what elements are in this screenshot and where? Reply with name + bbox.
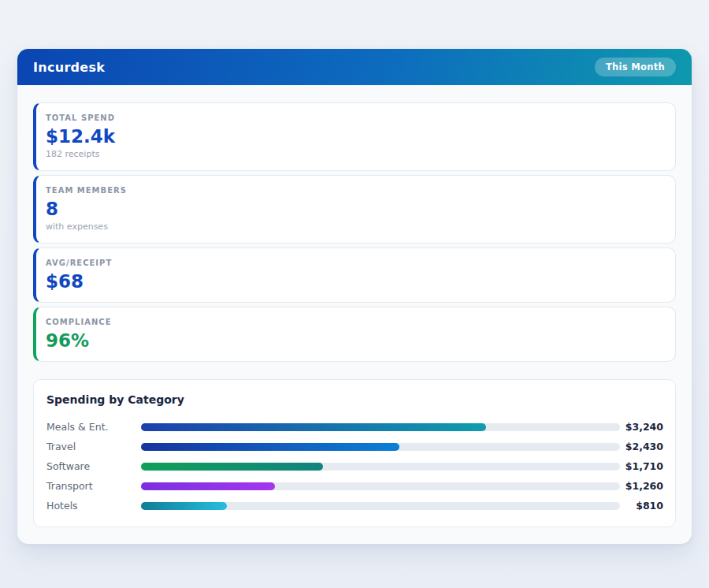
bar-track	[141, 482, 620, 490]
stat-card-total-spend: TOTAL SPEND $12.4k 182 receipts	[33, 102, 676, 171]
bar-fill	[141, 502, 227, 510]
stat-value: 96%	[46, 330, 663, 352]
bar-fill	[141, 463, 323, 471]
chart-row-hotels: Hotels $810	[46, 496, 663, 515]
spending-by-category-panel: Spending by Category Meals & Ent. $3,240…	[33, 379, 676, 527]
stat-label: TEAM MEMBERS	[46, 185, 663, 195]
category-value: $2,430	[620, 441, 663, 452]
stat-subtext: 182 receipts	[46, 149, 663, 159]
app-title: Incurdesk	[33, 60, 105, 75]
stat-label: AVG/RECEIPT	[46, 258, 663, 268]
panel-title: Spending by Category	[46, 393, 663, 406]
category-bar-chart: Meals & Ent. $3,240 Travel $2,430 Softwa…	[46, 417, 663, 515]
chart-row-software: Software $1,710	[46, 456, 663, 476]
chart-row-meals: Meals & Ent. $3,240	[46, 417, 663, 437]
stat-card-avg-receipt: AVG/RECEIPT $68	[33, 247, 676, 303]
stat-subtext: with expenses	[46, 221, 663, 232]
category-value: $1,260	[620, 480, 663, 492]
stat-label: COMPLIANCE	[46, 317, 663, 327]
page-background: Incurdesk This Month TOTAL SPEND $12.4k …	[0, 0, 709, 544]
chart-row-transport: Transport $1,260	[46, 476, 663, 496]
category-label: Travel	[46, 441, 141, 452]
chart-row-travel: Travel $2,430	[46, 437, 663, 456]
bar-track	[141, 423, 620, 431]
dashboard-body: TOTAL SPEND $12.4k 182 receipts TEAM MEM…	[17, 85, 692, 544]
bar-track	[141, 443, 620, 451]
bar-track	[141, 502, 620, 510]
stat-card-team-members: TEAM MEMBERS 8 with expenses	[33, 175, 676, 244]
stat-value: $68	[46, 271, 663, 292]
stat-value: $12.4k	[46, 126, 663, 147]
category-label: Meals & Ent.	[46, 421, 141, 433]
bar-fill	[141, 482, 275, 490]
category-label: Hotels	[46, 500, 141, 512]
bar-fill	[141, 443, 399, 451]
app-header: Incurdesk This Month	[17, 49, 692, 85]
stat-value: 8	[46, 199, 663, 220]
category-label: Software	[46, 460, 141, 472]
category-value: $810	[620, 500, 663, 512]
category-label: Transport	[46, 480, 141, 492]
category-value: $1,710	[620, 460, 663, 472]
period-badge[interactable]: This Month	[595, 58, 676, 76]
stat-label: TOTAL SPEND	[46, 113, 663, 123]
bar-fill	[141, 423, 486, 431]
dashboard-card: Incurdesk This Month TOTAL SPEND $12.4k …	[17, 49, 692, 544]
bar-track	[141, 463, 620, 471]
stat-card-compliance: COMPLIANCE 96%	[33, 307, 676, 362]
category-value: $3,240	[620, 421, 663, 433]
